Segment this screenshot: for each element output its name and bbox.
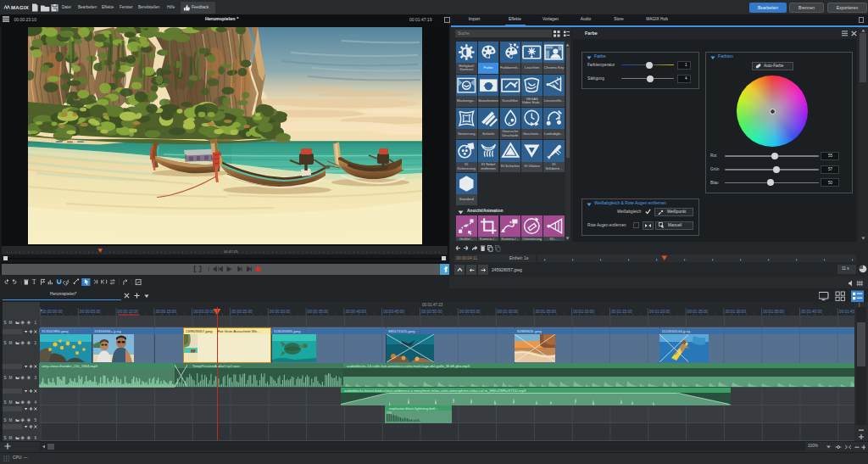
- svg-text:,00:01:45:00: ,00:01:45:00: [838, 310, 854, 314]
- svg-text:,00:00:15:00: ,00:00:15:00: [154, 310, 176, 314]
- svg-text:,00:00:05:00: ,00:00:05:00: [79, 310, 101, 314]
- svg-text:,00:00:35:00: ,00:00:35:00: [307, 310, 329, 314]
- svg-text:,00:00:10:00: ,00:00:10:00: [117, 310, 139, 314]
- svg-text:,00:01:20:00: ,00:01:20:00: [648, 310, 670, 314]
- svg-text:,00:01:00:00: ,00:01:00:00: [497, 310, 519, 314]
- svg-text:,00:00:40:00: ,00:00:40:00: [344, 310, 366, 314]
- svg-text:,00:01:05:00: ,00:01:05:00: [534, 310, 556, 314]
- svg-text:,00:00:20:00: ,00:00:20:00: [192, 310, 214, 314]
- svg-text:,00:00:55:00: ,00:00:55:00: [459, 310, 481, 314]
- svg-text:,00:01:35:00: ,00:01:35:00: [762, 310, 784, 314]
- svg-text:T: T: [32, 278, 36, 286]
- svg-text:,00:00:50:00: ,00:00:50:00: [420, 310, 442, 314]
- svg-text:,00:00:45:00: ,00:00:45:00: [382, 310, 404, 314]
- svg-text:,00:01:30:00: ,00:01:30:00: [724, 310, 746, 314]
- svg-text:,00:00:25:00: ,00:00:25:00: [231, 310, 253, 314]
- svg-text:,00:00:00:00: ,00:00:00:00: [41, 310, 63, 314]
- svg-text:,00:01:25:00: ,00:01:25:00: [687, 310, 709, 314]
- svg-text:,00:01:40:00: ,00:01:40:00: [800, 310, 822, 314]
- svg-text:,00:00:30:00: ,00:00:30:00: [269, 310, 291, 314]
- svg-text:MAGIX: MAGIX: [11, 5, 29, 10]
- svg-text:01:47:23: 01:47:23: [224, 249, 238, 254]
- svg-text:,00:01:10:00: ,00:01:10:00: [572, 310, 594, 314]
- svg-text:,00:01:15:00: ,00:01:15:00: [610, 310, 632, 314]
